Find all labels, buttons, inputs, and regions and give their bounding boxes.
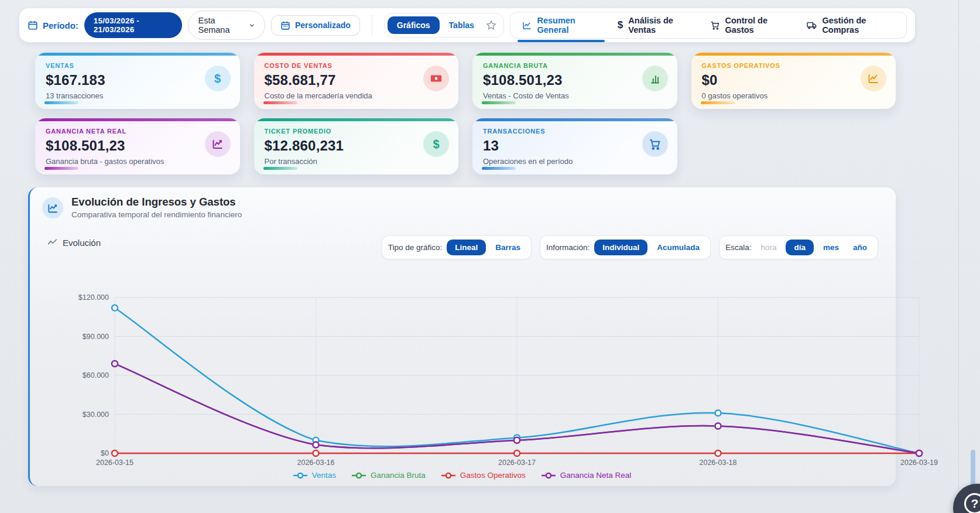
kpi-mini-bar bbox=[482, 167, 516, 170]
dollar-icon: $ bbox=[618, 19, 623, 31]
kpi-value: $167.183 bbox=[46, 72, 229, 88]
kpi-value: $12.860,231 bbox=[265, 138, 448, 154]
chevron-down-icon bbox=[249, 22, 255, 29]
svg-text:$60.000: $60.000 bbox=[83, 371, 109, 379]
chart-line-icon bbox=[42, 197, 63, 218]
zigzag-icon bbox=[47, 238, 57, 248]
kpi-card-ventas[interactable]: VENTAS $167.183 13 transacciones $ bbox=[35, 53, 240, 109]
svg-text:2026-03-16: 2026-03-16 bbox=[297, 459, 335, 467]
tables-toggle-button[interactable]: Tablas bbox=[443, 16, 480, 34]
top-toolbar: Período: 15/03/2026 - 21/03/2026 Esta Se… bbox=[19, 8, 915, 42]
tab-gestion-de-compras[interactable]: Gestión de Compras bbox=[807, 16, 895, 35]
kpi-value: $108.501,23 bbox=[46, 138, 229, 154]
kpi-card-grid: VENTAS $167.183 13 transacciones $ COSTO… bbox=[35, 53, 896, 175]
chart-legend: Ventas Ganancia Bruta Gastos Operativos … bbox=[28, 471, 896, 480]
calendar-icon bbox=[280, 20, 290, 30]
preset-select[interactable]: Esta Semana bbox=[188, 11, 265, 40]
period-range-pill[interactable]: 15/03/2026 - 21/03/2026 bbox=[84, 12, 183, 38]
kpi-mini-bar bbox=[263, 101, 297, 104]
scale-hora-button[interactable]: hora bbox=[756, 240, 781, 255]
legend-item-gastos-operativos[interactable]: Gastos Operativos bbox=[441, 471, 526, 480]
legend-marker bbox=[351, 472, 366, 479]
truck-icon bbox=[807, 19, 817, 31]
kpi-label: GANANCIA NETA REAL bbox=[46, 128, 229, 135]
kpi-value: $108.501,23 bbox=[483, 72, 667, 88]
card-accent-bar bbox=[472, 53, 677, 56]
tab-resumen-general[interactable]: Resumen General bbox=[522, 16, 600, 35]
chart-type-control: Tipo de gráfico: Lineal Barras bbox=[382, 235, 532, 259]
kpi-label: GASTOS OPERATIVOS bbox=[702, 62, 886, 69]
tab-control-de-gastos[interactable]: Control de Gastos bbox=[710, 16, 789, 35]
scale-mes-button[interactable]: mes bbox=[818, 240, 844, 255]
card-accent-bar bbox=[35, 118, 240, 121]
chart-type-barras-button[interactable]: Barras bbox=[491, 240, 525, 255]
kpi-subtitle: Ganancia bruta - gastos operativos bbox=[46, 157, 229, 166]
kpi-mini-bar bbox=[263, 167, 297, 170]
kpi-card-transacciones[interactable]: TRANSACCIONES 13 Operaciones en el perío… bbox=[472, 118, 677, 175]
legend-label: Ganancia Bruta bbox=[371, 471, 426, 480]
kpi-card-costo-de-ventas[interactable]: COSTO DE VENTAS $58.681,77 Costo de la m… bbox=[254, 53, 459, 109]
kpi-subtitle: Costo de la mercadería vendida bbox=[265, 91, 448, 100]
chart-type-lineal-button[interactable]: Lineal bbox=[447, 240, 486, 255]
svg-text:2026-03-15: 2026-03-15 bbox=[96, 459, 133, 467]
preset-value: Esta Semana bbox=[198, 16, 243, 35]
kpi-value: $0 bbox=[702, 72, 886, 88]
charts-toggle-button[interactable]: Gráficos bbox=[388, 16, 440, 34]
period-label: Período: bbox=[43, 20, 78, 30]
dollar-icon: $ bbox=[205, 66, 231, 91]
legend-item-ventas[interactable]: Ventas bbox=[293, 471, 336, 480]
kpi-label: VENTAS bbox=[46, 62, 229, 69]
tab-analisis-de-ventas[interactable]: $ Análisis de Ventas bbox=[618, 16, 693, 35]
tab-label: Análisis de Ventas bbox=[628, 16, 693, 35]
star-icon bbox=[486, 20, 496, 30]
help-button[interactable]: ? bbox=[953, 484, 980, 513]
dollar-icon: $ bbox=[423, 131, 449, 157]
kpi-card-ticket-promedio[interactable]: TICKET PROMEDIO $12.860,231 Por transacc… bbox=[254, 118, 459, 175]
svg-text:2026-03-19: 2026-03-19 bbox=[900, 459, 938, 467]
legend-marker bbox=[541, 472, 556, 479]
question-glyph: ? bbox=[971, 497, 979, 511]
cart-icon bbox=[642, 131, 668, 157]
scale-dia-button[interactable]: día bbox=[786, 240, 814, 255]
scale-control: Escala: hora día mes año bbox=[719, 235, 878, 259]
kpi-card-gastos-operativos[interactable]: GASTOS OPERATIVOS $0 0 gastos operativos bbox=[691, 53, 896, 109]
kpi-label: TRANSACCIONES bbox=[483, 128, 667, 135]
section-tabs: Resumen General $ Análisis de Ventas Con… bbox=[510, 12, 907, 39]
kpi-mini-bar bbox=[482, 101, 516, 104]
bar-chart-icon bbox=[649, 73, 661, 84]
calendar-icon bbox=[28, 20, 38, 30]
vertical-scrollbar-thumb[interactable] bbox=[971, 450, 975, 486]
legend-item-ganancia-neta-real[interactable]: Ganancia Neta Real bbox=[541, 471, 632, 480]
svg-text:$0: $0 bbox=[101, 449, 109, 457]
chart-title: Evolución de Ingresos y Gastos bbox=[71, 196, 236, 208]
kpi-card-ganancia-neta-real[interactable]: GANANCIA NETA REAL $108.501,23 Ganancia … bbox=[35, 118, 240, 175]
tab-label: Resumen General bbox=[537, 16, 599, 35]
kpi-subtitle: 0 gastos operativos bbox=[702, 91, 886, 100]
info-individual-button[interactable]: Individual bbox=[594, 240, 647, 255]
series-group-label: Evolución bbox=[47, 238, 101, 248]
kpi-subtitle: Operaciones en el período bbox=[483, 157, 667, 166]
card-accent-bar bbox=[691, 53, 896, 56]
active-tab-underline bbox=[518, 40, 605, 42]
kpi-card-ganancia-bruta[interactable]: GANANCIA BRUTA $108.501,23 Ventas - Cost… bbox=[472, 53, 677, 109]
svg-text:2026-03-18: 2026-03-18 bbox=[700, 459, 737, 467]
custom-period-button[interactable]: Personalizado bbox=[271, 15, 360, 36]
card-accent-bar bbox=[254, 118, 459, 121]
legend-marker bbox=[293, 472, 308, 479]
svg-text:$30.000: $30.000 bbox=[83, 411, 109, 419]
svg-text:$120.000: $120.000 bbox=[78, 293, 109, 302]
kpi-value: 13 bbox=[483, 138, 667, 154]
kpi-label: COSTO DE VENTAS bbox=[265, 62, 448, 69]
favorite-star-button[interactable] bbox=[484, 20, 499, 30]
banknote-icon bbox=[423, 66, 449, 91]
scale-ano-button[interactable]: año bbox=[848, 240, 872, 255]
legend-item-ganancia-bruta[interactable]: Ganancia Bruta bbox=[351, 471, 426, 480]
series-group-label-text: Evolución bbox=[63, 238, 101, 248]
legend-label: Ventas bbox=[312, 471, 336, 480]
kpi-label: TICKET PROMEDIO bbox=[265, 128, 448, 135]
information-control: Información: Individual Acumulada bbox=[540, 235, 711, 259]
evolution-line-chart[interactable]: $0$30.000$60.000$90.000$120.0002026-03-1… bbox=[35, 265, 952, 477]
info-acumulada-button[interactable]: Acumulada bbox=[652, 240, 704, 255]
kpi-value: $58.681,77 bbox=[265, 72, 448, 88]
line-chart-icon bbox=[205, 131, 231, 157]
